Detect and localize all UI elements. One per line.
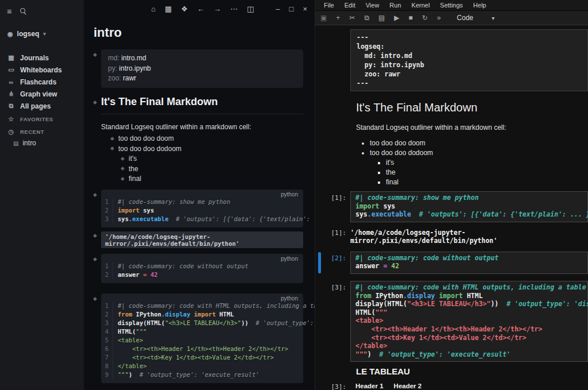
stop-kernel-icon[interactable]: ■ (409, 14, 413, 22)
code-cell-1-row: [1]: #| code-summary: show me pythonimpo… (315, 191, 588, 222)
logseq-page: intro md: intro.md py: intro.ipynb zoo: … (84, 17, 315, 390)
search-icon[interactable] (20, 8, 27, 15)
sidebar-section-favorites[interactable]: ☆ FAVORITES (0, 113, 84, 125)
outline-item[interactable]: too doo doo dodoom (111, 144, 303, 154)
chevron-down-icon: ▾ (492, 15, 494, 21)
code-block-3: python 1#| code-summary: code with HTML … (94, 294, 303, 383)
code-cell-2[interactable]: #| code-summary: code without outputansw… (350, 252, 588, 274)
property-key: py: (108, 64, 117, 72)
table-header-cell: Header 1 (350, 381, 389, 390)
markdown-cell-row: It's The Final Markdown Standard Logseq … (315, 95, 588, 187)
logseq-window: ≡ ◉ logseq ▾ ▦ Journals ▭ Whiteboards ∞ … (0, 0, 315, 390)
sidebar-section-recent[interactable]: ◷ RECENT (0, 126, 84, 137)
window-minimize-button[interactable]: – (276, 5, 280, 13)
run-cell-icon[interactable]: ▶ (394, 14, 399, 22)
list-item: it's (386, 158, 582, 168)
block-bullet[interactable] (94, 294, 101, 383)
cell-prompt: [1]: (315, 191, 350, 222)
code-cell-2-row: [2]: #| code-summary: code without outpu… (315, 252, 588, 274)
hamburger-menu-icon[interactable]: ≡ (7, 7, 11, 16)
menu-file[interactable]: File (319, 2, 339, 9)
page-properties[interactable]: md: intro.md py: intro.ipynb zoo: rawr (101, 49, 303, 88)
calendar-icon[interactable]: ▦ (165, 5, 172, 13)
code-cell-3[interactable]: #| code-summary: code with HTML outputs,… (350, 281, 588, 362)
code-language-label: python (281, 295, 298, 302)
pages-icon: ⧉ (7, 102, 15, 110)
code-cell-3-row: [3]: #| code-summary: code with HTML out… (315, 281, 588, 362)
home-icon[interactable]: ⌂ (151, 5, 156, 13)
list-item: too doo doo dodoom it's the final (370, 148, 582, 187)
block-bullet[interactable] (121, 157, 125, 161)
code-lines: 1#| code-summary: code with HTML outputs… (101, 302, 300, 379)
clock-icon: ◷ (7, 128, 15, 136)
cell-type-dropdown[interactable]: Code ▾ (457, 14, 495, 22)
property-value: intro.ipynb (119, 64, 150, 72)
block-bullet[interactable] (110, 146, 114, 150)
window-maximize-button[interactable]: □ (289, 5, 294, 13)
sidebar-item-flashcards[interactable]: ∞ Flashcards (0, 76, 84, 88)
menu-kernel[interactable]: Kernel (407, 2, 435, 9)
block-bullet[interactable] (121, 167, 125, 171)
journal-icon: ▦ (7, 54, 15, 61)
run-all-icon[interactable]: » (437, 14, 441, 22)
block-bullet[interactable] (94, 96, 101, 114)
section-label: FAVORITES (20, 116, 53, 122)
cell-prompt (315, 29, 350, 91)
graph-switcher[interactable]: ◉ logseq ▾ (0, 30, 84, 38)
paste-cell-icon[interactable]: ▤ (378, 14, 385, 22)
outline-item[interactable]: final (121, 174, 303, 184)
sidebar-item-whiteboards[interactable]: ▭ Whiteboards (0, 64, 84, 76)
sidebar-recent-intro[interactable]: ▤ intro (0, 137, 84, 149)
block-bullet[interactable] (110, 137, 114, 141)
outline-item[interactable]: too doo doo doom (111, 134, 303, 144)
sidebar-item-all-pages[interactable]: ⧉ All pages (0, 100, 84, 112)
save-icon[interactable]: ▣ (320, 14, 327, 22)
property-key: zoo: (108, 74, 121, 82)
output-table: Header 1 Header 2 Key 1 Value 2 (350, 381, 427, 390)
list-item: too doo doo doom (370, 138, 582, 148)
menu-edit[interactable]: Edit (339, 2, 361, 9)
more-options-icon[interactable]: ⋯ (230, 5, 238, 13)
block-bullet[interactable] (121, 177, 125, 181)
properties-block: md: intro.md py: intro.ipynb zoo: rawr (94, 49, 303, 88)
cut-cell-icon[interactable]: ✂ (349, 14, 355, 22)
window-close-button[interactable]: × (303, 5, 307, 13)
outline-item[interactable]: the (121, 164, 303, 174)
raw-cell[interactable]: --- logseq: md: intro.md py: intro.ipynb… (350, 29, 588, 91)
table-header-cell: Header 2 (389, 381, 427, 390)
sidebar-item-graph-view[interactable]: ⋔ Graph view (0, 88, 84, 100)
section-heading: It's The Final Markdown (101, 96, 303, 114)
block-bullet[interactable] (94, 49, 101, 88)
code-lines: #| code-summary: show me pythonimport sy… (355, 194, 583, 219)
inline-output: '/home/a/code/logseq-jupyter-mirror/.pix… (101, 231, 303, 248)
restart-kernel-icon[interactable]: ↻ (422, 14, 428, 22)
block-bullet[interactable] (94, 254, 101, 283)
page-title: intro (94, 25, 303, 40)
code-editor[interactable]: python 1#| code-summary: code without ou… (101, 254, 303, 283)
output-prompt: [3]: (315, 380, 350, 390)
add-cell-icon[interactable]: + (336, 14, 340, 22)
code-editor[interactable]: python 1#| code-summary: code with HTML … (101, 294, 303, 383)
code-cell-1[interactable]: #| code-summary: show me pythonimport sy… (350, 191, 588, 222)
menu-run[interactable]: Run (384, 2, 406, 9)
block-bullet[interactable] (94, 231, 101, 248)
copy-cell-icon[interactable]: ⧉ (364, 14, 369, 22)
menu-settings[interactable]: Settings (435, 2, 468, 9)
block-bullet[interactable] (94, 190, 101, 227)
property-value: rawr (123, 74, 136, 82)
raw-cell-text: --- logseq: md: intro.md py: intro.ipynb… (357, 33, 582, 88)
menu-help[interactable]: Help (468, 2, 492, 9)
outline-item[interactable]: it's (121, 154, 303, 164)
jupyter-window: File Edit View Run Kernel Settings Help … (315, 0, 588, 390)
flashcards-icon: ∞ (7, 79, 15, 86)
sidebar-item-journals[interactable]: ▦ Journals (0, 52, 84, 64)
nav-back-icon[interactable]: ← (197, 5, 204, 13)
right-sidebar-toggle-icon[interactable]: ◫ (247, 5, 254, 13)
plugin-icon[interactable]: ❖ (181, 5, 188, 13)
logseq-topbar: ⌂ ▦ ❖ ← → ⋯ ◫ – □ × (84, 0, 315, 17)
nav-forward-icon[interactable]: → (214, 5, 221, 13)
code-editor[interactable]: python 1#| code-summary: show me python2… (101, 190, 303, 227)
property-key: md: (108, 54, 119, 62)
menu-view[interactable]: View (361, 2, 385, 9)
markdown-cell[interactable]: It's The Final Markdown Standard Logseq … (350, 95, 588, 187)
